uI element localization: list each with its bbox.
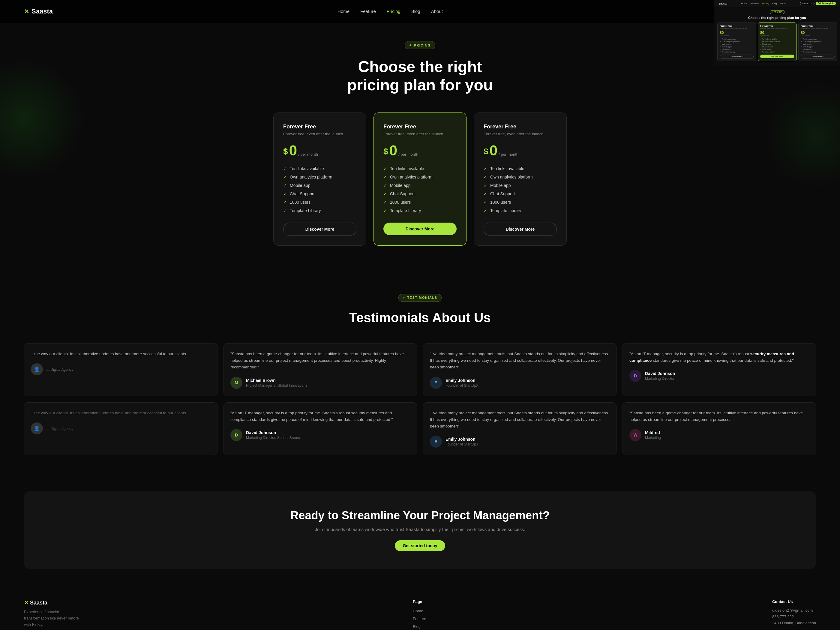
check-icon: ✓ [384, 175, 387, 179]
check-icon: ✓ [384, 208, 387, 213]
check-icon: ✓ [483, 191, 487, 196]
page-thumbnail: Saasta Home Feature Pricing Blog About C… [714, 0, 840, 66]
testimonial-author-1: 👤 at Digital Agency [31, 363, 211, 375]
footer-address: 2403 Dhaka, Bangladesh [772, 621, 816, 625]
author-name-6: David Johnson [246, 430, 300, 435]
testimonial-card-4: "As an IT manager, security is a top pri… [622, 343, 816, 396]
footer-contact-title: Contact Us [772, 599, 816, 604]
thumb-content: + PRICING Choose the right pricing plan … [714, 7, 840, 66]
testimonial-quote-1: ...the way our clients. Its collaborativ… [31, 351, 211, 357]
plan-features-3: ✓ Ten links available ✓ Own analytics pl… [483, 166, 557, 213]
brand-name: Saasta [32, 8, 53, 15]
author-role-3: Founder of StartUpX [445, 384, 478, 388]
discover-more-button-2[interactable]: Discover More [384, 223, 456, 235]
testimonials-section: TESTIMONIALS Testimonials About Us ...th… [0, 270, 840, 474]
cta-section: Ready to Streamline Your Project Managem… [24, 491, 816, 569]
thumb-navbar: Saasta Home Feature Pricing Blog About C… [714, 0, 840, 7]
testimonial-card-6: "As an IT manager, security is a top pri… [224, 402, 417, 455]
nav-pricing[interactable]: Pricing [387, 9, 401, 14]
price-amount-2: 0 [389, 144, 398, 158]
thumb-nav-links: Home Feature Pricing Blog About [741, 2, 786, 5]
card-price-1: $ 0 / per month [283, 144, 357, 158]
author-avatar-6: D [231, 429, 242, 441]
testimonial-card-8: "Saasta has been a game-changer for our … [622, 402, 816, 455]
footer-phone: 888 777 222 [772, 614, 816, 619]
nav-about[interactable]: About [431, 9, 443, 14]
check-icon: ✓ [384, 200, 387, 205]
author-role-7: Founder of StartUpX [445, 442, 478, 447]
check-icon: ✓ [483, 200, 487, 205]
price-currency-2: $ [384, 145, 388, 158]
plan-name-2: Forever Free [384, 123, 456, 130]
author-name-3: Emily Johnson [445, 378, 478, 383]
testimonial-author-4: D David Johnson Marketing Director [629, 370, 809, 382]
testimonial-author-5: 👤 at Digital Agency [31, 422, 211, 434]
testimonials-grid-2: ...the way our clients. Its collaborativ… [24, 402, 816, 455]
discover-more-button-3[interactable]: Discover More [483, 223, 557, 236]
author-role-4: Marketing Director [645, 376, 675, 381]
author-avatar-2: M [231, 377, 242, 389]
testimonial-quote-3: "I've tried many project management tool… [430, 351, 609, 371]
footer-brand: ✕ Saasta Experience financial transforma… [24, 599, 84, 630]
price-amount-1: 0 [289, 144, 297, 158]
footer-link-home[interactable]: Home [413, 609, 423, 613]
footer-contact: Contact Us uidesion27@gmail.com 888 777 … [772, 599, 816, 627]
feature-item: ✓ Template Library [483, 208, 557, 213]
feature-item: ✓ Chat Support [384, 191, 456, 196]
footer-page-links: Page Home Feature Blog Contact About pag… [413, 599, 444, 630]
author-role-2: Project Manager at Global Innovations [246, 384, 307, 388]
nav-feature[interactable]: Feature [360, 9, 376, 14]
footer: ✕ Saasta Experience financial transforma… [0, 587, 840, 630]
feature-item: ✓ Ten links available [384, 166, 456, 171]
footer-content: ✕ Saasta Experience financial transforma… [0, 587, 840, 630]
plan-features-1: ✓ Ten links available ✓ Own analytics pl… [283, 166, 357, 213]
testimonial-quote-4: "As an IT manager, security is a top pri… [629, 351, 809, 364]
testimonials-badge: TESTIMONIALS [398, 294, 442, 302]
discover-more-button-1[interactable]: Discover More [283, 223, 357, 236]
check-icon: ✓ [483, 183, 487, 188]
author-role-8: Marketing [645, 436, 661, 440]
cta-title: Ready to Streamline Your Project Managem… [42, 509, 798, 522]
testimonial-quote-2: "Saasta has been a game-changer for our … [231, 351, 410, 371]
cta-description: Join thousands of teams worldwide who tr… [42, 527, 798, 532]
author-avatar-3: E [430, 377, 442, 389]
price-period-3: / per month [499, 152, 518, 156]
price-currency-1: $ [283, 145, 288, 158]
nav-home[interactable]: Home [338, 9, 349, 14]
check-icon: ✓ [283, 191, 287, 196]
price-currency-3: $ [483, 145, 488, 158]
testimonial-author-8: W Mildred Marketing [629, 429, 809, 441]
nav-blog[interactable]: Blog [411, 9, 420, 14]
author-avatar-1: 👤 [31, 363, 43, 375]
footer-link-blog[interactable]: Blog [413, 624, 421, 629]
author-avatar-5: 👤 [31, 422, 43, 434]
plan-desc-3: Forever free, even after the launch [483, 132, 557, 136]
footer-page-list: Home Feature Blog Contact About page 404… [413, 608, 444, 630]
author-name-8: Mildred [645, 430, 661, 435]
footer-link-feature[interactable]: Feature [413, 616, 426, 621]
author-role-1: at Digital Agency [46, 368, 73, 372]
check-icon: ✓ [483, 208, 487, 213]
plan-desc-1: Forever free, even after the launch [283, 132, 357, 136]
card-price-3: $ 0 / per month [483, 144, 557, 158]
cta-button[interactable]: Get started today [395, 540, 445, 551]
testimonial-author-3: E Emily Johnson Founder of StartUpX [430, 377, 609, 389]
check-icon: ✓ [283, 183, 287, 188]
pricing-card-1: Forever Free Forever free, even after th… [273, 112, 366, 246]
author-role-6: Marketing Director, Sprints Bromo [246, 436, 300, 440]
testimonials-grid: ...the way our clients. Its collaborativ… [24, 343, 816, 396]
pricing-title: Choose the right pricing plan for you [330, 58, 510, 95]
check-icon: ✓ [384, 191, 387, 196]
testimonials-title: Testimonials About Us [24, 310, 816, 325]
testimonial-author-7: E Emily Johnson Founder of StartUpX [430, 436, 609, 448]
feature-item: ✓ Ten links available [283, 166, 357, 171]
price-period-2: / per month [398, 152, 418, 156]
feature-item: ✓ Template Library [384, 208, 456, 213]
pricing-card-3: Forever Free Forever free, even after th… [474, 112, 567, 246]
check-icon: ✓ [283, 200, 287, 205]
nav-links: Home Feature Pricing Blog About [338, 9, 443, 14]
feature-item: ✓ Chat Support [483, 191, 557, 196]
feature-item: ✓ Mobile app [283, 183, 357, 188]
plan-name-3: Forever Free [483, 123, 557, 130]
thumb-logo: Saasta [718, 2, 727, 5]
